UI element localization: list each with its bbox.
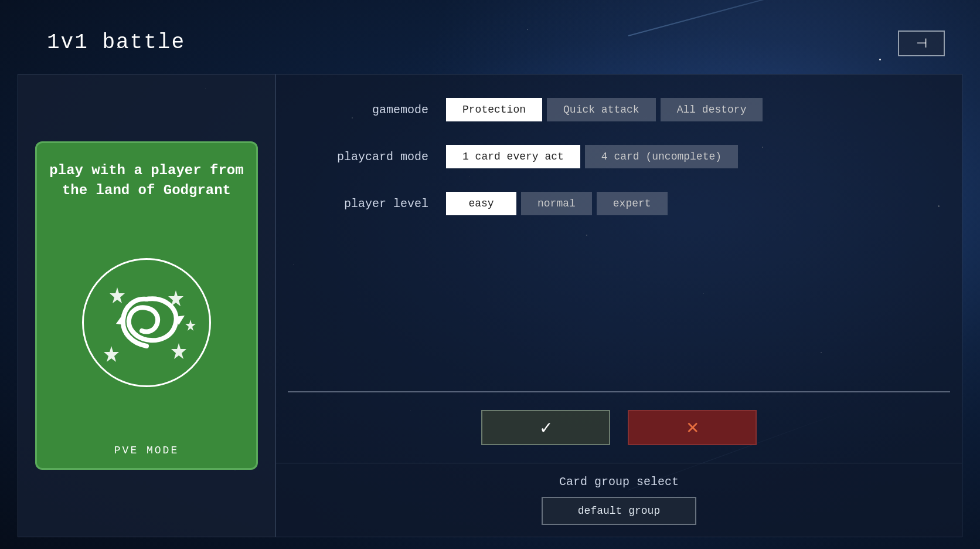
level-label: player level (311, 197, 428, 211)
playcard-label: playcard mode (311, 150, 428, 164)
card-title: play with a player from the land of Godg… (49, 161, 244, 200)
level-row: player level easy normal expert (311, 192, 927, 215)
gamemode-alldestory-btn[interactable]: All destory (661, 98, 763, 121)
gamemode-options: Protection Quick attack All destory (446, 98, 763, 121)
right-panel: gamemode Protection Quick attack All des… (275, 74, 962, 537)
card-panel: play with a player from the land of Godg… (18, 74, 275, 537)
svg-marker-3 (171, 343, 186, 359)
settings-area: gamemode Protection Quick attack All des… (276, 74, 962, 391)
confirm-button[interactable]: ✓ (481, 410, 610, 445)
gamemode-label: gamemode (311, 103, 428, 117)
page-title: 1v1 battle (47, 30, 185, 55)
playcard-options: 1 card every act 4 card (uncomplete) (446, 145, 738, 168)
game-card: play with a player from the land of Godg… (35, 141, 258, 470)
gamemode-protection-btn[interactable]: Protection (446, 98, 542, 121)
svg-marker-0 (110, 287, 125, 303)
exit-button[interactable]: ⊣ (898, 30, 945, 56)
action-area: ✓ ✕ (276, 392, 962, 463)
main-layout: play with a player from the land of Godg… (18, 74, 962, 537)
svg-marker-4 (185, 320, 196, 331)
gamemode-quickattack-btn[interactable]: Quick attack (547, 98, 656, 121)
level-options: easy normal expert (446, 192, 668, 215)
playcard-1card-btn[interactable]: 1 card every act (446, 145, 580, 168)
default-group-button[interactable]: default group (542, 497, 696, 525)
playcard-row: playcard mode 1 card every act 4 card (u… (311, 145, 927, 168)
gamemode-row: gamemode Protection Quick attack All des… (311, 98, 927, 121)
svg-marker-2 (104, 346, 119, 362)
card-mode: PVE MODE (114, 445, 179, 456)
card-group-options: default group (311, 497, 927, 525)
card-group-title: Card group select (311, 475, 927, 489)
level-expert-btn[interactable]: expert (597, 192, 668, 215)
level-easy-btn[interactable]: easy (446, 192, 516, 215)
cancel-button[interactable]: ✕ (628, 410, 757, 445)
playcard-4card-btn[interactable]: 4 card (uncomplete) (585, 145, 738, 168)
level-normal-btn[interactable]: normal (521, 192, 592, 215)
card-emblem (82, 258, 211, 387)
card-group-section: Card group select default group (276, 463, 962, 537)
